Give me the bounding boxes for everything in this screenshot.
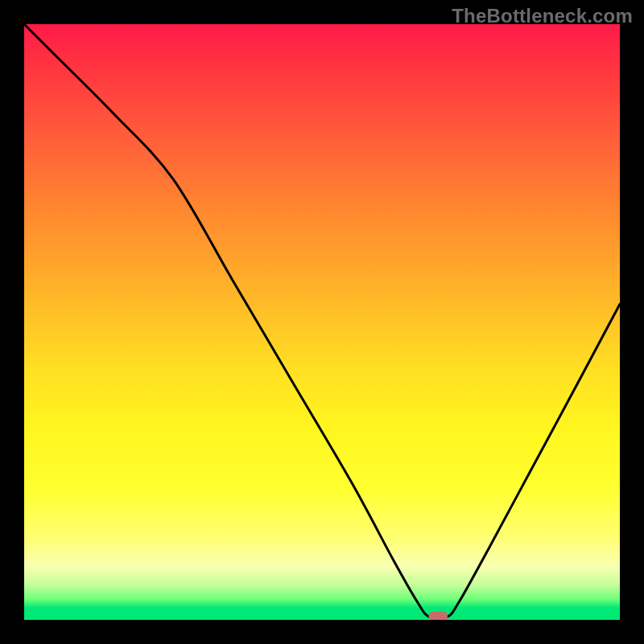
optimal-marker <box>428 612 448 620</box>
chart-frame: TheBottleneck.com <box>0 0 644 644</box>
curve-layer <box>24 24 620 620</box>
bottleneck-curve <box>24 24 620 619</box>
plot-area <box>24 24 620 620</box>
watermark-text: TheBottleneck.com <box>452 5 633 27</box>
